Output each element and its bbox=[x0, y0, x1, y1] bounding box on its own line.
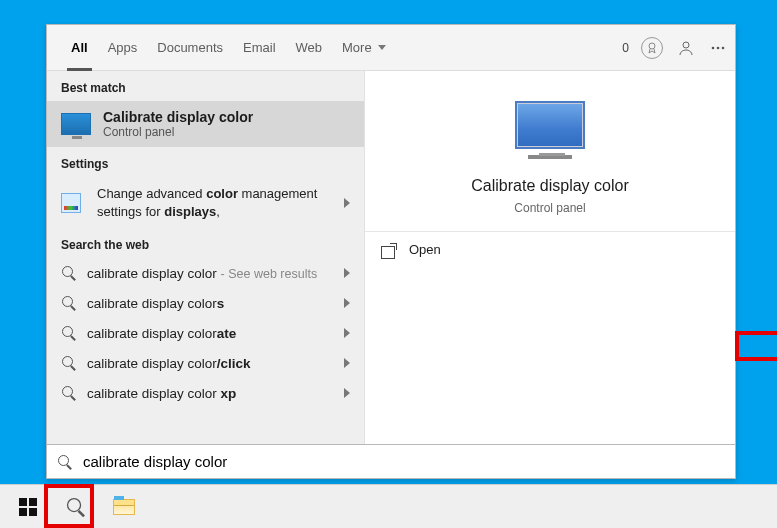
web-result-label: calibrate display colorate bbox=[87, 326, 334, 341]
best-match-subtitle: Control panel bbox=[103, 125, 253, 139]
best-match-title: Calibrate display color bbox=[103, 109, 253, 125]
search-icon bbox=[61, 325, 77, 341]
more-options-icon[interactable] bbox=[709, 39, 727, 57]
web-result-label: calibrate display color/click bbox=[87, 356, 334, 371]
tab-web-label: Web bbox=[296, 40, 323, 55]
search-icon bbox=[61, 265, 77, 281]
tab-documents-label: Documents bbox=[157, 40, 223, 55]
web-result-label: calibrate display color xp bbox=[87, 386, 334, 401]
open-icon bbox=[381, 243, 397, 257]
tab-web[interactable]: Web bbox=[286, 25, 333, 70]
top-right-controls: 0 bbox=[622, 25, 727, 71]
tab-all[interactable]: All bbox=[61, 25, 98, 70]
section-best-match: Best match bbox=[47, 71, 364, 101]
chevron-right-icon bbox=[344, 358, 350, 368]
chevron-right-icon bbox=[344, 298, 350, 308]
web-result-label: calibrate display color - See web result… bbox=[87, 266, 334, 281]
file-explorer-icon bbox=[113, 499, 135, 515]
svg-point-2 bbox=[712, 47, 715, 50]
taskbar bbox=[0, 484, 777, 528]
tab-documents[interactable]: Documents bbox=[147, 25, 233, 70]
best-match-result[interactable]: Calibrate display color Control panel bbox=[47, 101, 364, 147]
display-icon bbox=[61, 113, 91, 135]
account-icon[interactable] bbox=[677, 39, 695, 57]
tab-more-label: More bbox=[342, 40, 372, 55]
open-label: Open bbox=[409, 242, 441, 257]
taskbar-file-explorer[interactable] bbox=[100, 485, 148, 529]
tab-email-label: Email bbox=[243, 40, 276, 55]
web-result[interactable]: calibrate display color/click bbox=[47, 348, 364, 378]
chevron-right-icon bbox=[344, 268, 350, 278]
result-preview-pane: Calibrate display color Control panel Op… bbox=[365, 71, 735, 444]
svg-point-4 bbox=[722, 47, 725, 50]
web-result[interactable]: calibrate display colorate bbox=[47, 318, 364, 348]
search-icon bbox=[61, 385, 77, 401]
highlight-frame-open bbox=[735, 331, 777, 361]
search-input[interactable] bbox=[81, 452, 725, 471]
search-icon bbox=[61, 295, 77, 311]
web-result[interactable]: calibrate display color - See web result… bbox=[47, 258, 364, 288]
rewards-count: 0 bbox=[622, 41, 629, 55]
svg-point-1 bbox=[683, 42, 689, 48]
best-match-text: Calibrate display color Control panel bbox=[103, 109, 253, 139]
section-settings: Settings bbox=[47, 147, 364, 177]
chevron-down-icon bbox=[378, 45, 386, 50]
tab-more[interactable]: More bbox=[332, 25, 396, 70]
web-result[interactable]: calibrate display color xp bbox=[47, 378, 364, 408]
monitor-icon bbox=[515, 101, 585, 149]
settings-result-label: Change advanced color management setting… bbox=[97, 185, 334, 220]
chevron-right-icon bbox=[344, 388, 350, 398]
search-body: Best match Calibrate display color Contr… bbox=[47, 71, 735, 444]
tab-all-label: All bbox=[71, 40, 88, 55]
start-button[interactable] bbox=[4, 485, 52, 529]
search-panel: All Apps Documents Email Web More 0 Best… bbox=[46, 24, 736, 479]
tab-email[interactable]: Email bbox=[233, 25, 286, 70]
search-icon bbox=[66, 496, 87, 517]
results-list: Best match Calibrate display color Contr… bbox=[47, 71, 365, 444]
tab-apps[interactable]: Apps bbox=[98, 25, 148, 70]
web-result-label: calibrate display colors bbox=[87, 296, 334, 311]
chevron-right-icon bbox=[344, 328, 350, 338]
windows-icon bbox=[19, 498, 37, 516]
svg-point-0 bbox=[649, 43, 655, 49]
chevron-right-icon bbox=[344, 198, 350, 208]
search-icon bbox=[57, 454, 73, 470]
tab-apps-label: Apps bbox=[108, 40, 138, 55]
settings-result-color-management[interactable]: Change advanced color management setting… bbox=[47, 177, 364, 228]
preview: Calibrate display color Control panel bbox=[365, 91, 735, 231]
open-action[interactable]: Open bbox=[365, 232, 735, 267]
section-search-web: Search the web bbox=[47, 228, 364, 258]
color-management-icon bbox=[61, 193, 81, 213]
rewards-icon[interactable] bbox=[641, 37, 663, 59]
search-icon bbox=[61, 355, 77, 371]
search-tabs: All Apps Documents Email Web More 0 bbox=[47, 25, 735, 71]
web-result[interactable]: calibrate display colors bbox=[47, 288, 364, 318]
search-bar bbox=[47, 444, 735, 478]
preview-subtitle: Control panel bbox=[514, 201, 585, 215]
preview-title: Calibrate display color bbox=[471, 177, 628, 195]
taskbar-search-button[interactable] bbox=[52, 485, 100, 529]
svg-point-3 bbox=[717, 47, 720, 50]
